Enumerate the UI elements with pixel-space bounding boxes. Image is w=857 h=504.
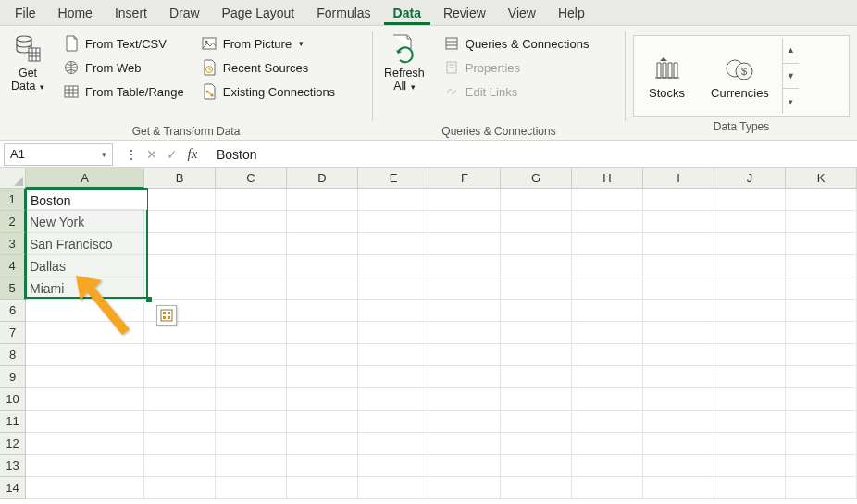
cell-E12[interactable] bbox=[358, 433, 429, 455]
cell-G2[interactable] bbox=[501, 211, 572, 233]
cell-B2[interactable] bbox=[144, 211, 216, 233]
cell-H14[interactable] bbox=[572, 477, 643, 499]
cell-B7[interactable] bbox=[144, 322, 216, 344]
cell-G4[interactable] bbox=[501, 255, 572, 277]
column-header-I[interactable]: I bbox=[643, 168, 714, 189]
cell-K12[interactable] bbox=[786, 433, 857, 455]
column-header-F[interactable]: F bbox=[429, 168, 501, 189]
cell-A10[interactable] bbox=[26, 388, 144, 411]
cell-K6[interactable] bbox=[786, 300, 857, 322]
cell-F4[interactable] bbox=[429, 255, 501, 277]
cell-H8[interactable] bbox=[572, 344, 643, 366]
queries-connections-button[interactable]: Queries & Connections bbox=[440, 33, 593, 54]
cell-G13[interactable] bbox=[501, 455, 572, 477]
cell-D10[interactable] bbox=[287, 388, 358, 411]
cell-A3[interactable]: San Francisco bbox=[26, 233, 144, 255]
cell-J5[interactable] bbox=[714, 277, 786, 300]
cell-F8[interactable] bbox=[429, 344, 501, 366]
cell-C13[interactable] bbox=[216, 455, 287, 477]
cell-C6[interactable] bbox=[216, 300, 287, 322]
cell-G14[interactable] bbox=[501, 477, 572, 499]
cell-D14[interactable] bbox=[287, 477, 358, 499]
cell-I5[interactable] bbox=[643, 277, 714, 300]
tab-home[interactable]: Home bbox=[49, 2, 102, 25]
cell-B1[interactable] bbox=[144, 189, 216, 211]
cell-A2[interactable]: New York bbox=[26, 211, 144, 233]
cell-F7[interactable] bbox=[429, 322, 501, 344]
cell-C4[interactable] bbox=[216, 255, 287, 277]
cell-J2[interactable] bbox=[714, 211, 786, 233]
cell-J3[interactable] bbox=[714, 233, 786, 255]
scroll-down-icon[interactable]: ▼ bbox=[783, 64, 799, 90]
cell-K11[interactable] bbox=[786, 411, 857, 433]
cell-C1[interactable] bbox=[216, 189, 287, 211]
row-header-9[interactable]: 9 bbox=[0, 366, 26, 388]
cell-A12[interactable] bbox=[26, 433, 144, 455]
cell-J12[interactable] bbox=[714, 433, 786, 455]
cell-D13[interactable] bbox=[287, 455, 358, 477]
cell-F12[interactable] bbox=[429, 433, 501, 455]
cell-C10[interactable] bbox=[216, 388, 287, 411]
cell-G11[interactable] bbox=[501, 411, 572, 433]
cell-C2[interactable] bbox=[216, 211, 287, 233]
cell-K1[interactable] bbox=[786, 189, 857, 211]
column-header-G[interactable]: G bbox=[501, 168, 572, 189]
refresh-all-button[interactable]: Refresh All ▾ bbox=[379, 30, 430, 93]
cell-F5[interactable] bbox=[429, 277, 501, 300]
cell-B12[interactable] bbox=[144, 433, 216, 455]
row-header-11[interactable]: 11 bbox=[0, 411, 26, 433]
cell-E10[interactable] bbox=[358, 388, 429, 411]
cell-F9[interactable] bbox=[429, 366, 501, 388]
cell-K10[interactable] bbox=[786, 388, 857, 411]
cell-H5[interactable] bbox=[572, 277, 643, 300]
cell-I14[interactable] bbox=[643, 477, 714, 499]
cell-K2[interactable] bbox=[786, 211, 857, 233]
cell-I13[interactable] bbox=[643, 455, 714, 477]
cell-G6[interactable] bbox=[501, 300, 572, 322]
scroll-up-icon[interactable]: ▲ bbox=[783, 38, 799, 64]
cell-A7[interactable] bbox=[26, 322, 144, 344]
cell-I9[interactable] bbox=[643, 366, 714, 388]
cell-E9[interactable] bbox=[358, 366, 429, 388]
fx-icon[interactable]: fx bbox=[183, 146, 202, 162]
cell-E2[interactable] bbox=[358, 211, 429, 233]
quick-analysis-button[interactable] bbox=[156, 305, 177, 326]
cell-I11[interactable] bbox=[643, 411, 714, 433]
cell-E3[interactable] bbox=[358, 233, 429, 255]
from-text-csv-button[interactable]: From Text/CSV bbox=[59, 33, 188, 54]
tab-view[interactable]: View bbox=[499, 2, 545, 25]
cell-C14[interactable] bbox=[216, 477, 287, 499]
cell-C12[interactable] bbox=[216, 433, 287, 455]
cell-A4[interactable]: Dallas bbox=[26, 255, 144, 277]
cell-J8[interactable] bbox=[714, 344, 786, 366]
column-header-D[interactable]: D bbox=[287, 168, 358, 189]
cell-D12[interactable] bbox=[287, 433, 358, 455]
cell-B9[interactable] bbox=[144, 366, 216, 388]
cell-A9[interactable] bbox=[26, 366, 144, 388]
cell-K8[interactable] bbox=[786, 344, 857, 366]
cell-I8[interactable] bbox=[643, 344, 714, 366]
row-header-13[interactable]: 13 bbox=[0, 455, 26, 477]
cell-E13[interactable] bbox=[358, 455, 429, 477]
cell-B3[interactable] bbox=[144, 233, 216, 255]
cell-K13[interactable] bbox=[786, 455, 857, 477]
column-header-J[interactable]: J bbox=[714, 168, 786, 189]
cell-I4[interactable] bbox=[643, 255, 714, 277]
cell-K4[interactable] bbox=[786, 255, 857, 277]
column-header-K[interactable]: K bbox=[786, 168, 857, 189]
formula-input[interactable]: Boston bbox=[207, 147, 857, 162]
cell-B6[interactable] bbox=[144, 300, 216, 322]
row-header-12[interactable]: 12 bbox=[0, 433, 26, 455]
cell-K14[interactable] bbox=[786, 477, 857, 499]
cell-E4[interactable] bbox=[358, 255, 429, 277]
cell-G1[interactable] bbox=[501, 189, 572, 211]
row-header-1[interactable]: 1 bbox=[0, 189, 26, 211]
cell-E1[interactable] bbox=[358, 189, 429, 211]
cell-I3[interactable] bbox=[643, 233, 714, 255]
gallery-expand-icon[interactable]: ▾ bbox=[783, 89, 799, 114]
cell-I10[interactable] bbox=[643, 388, 714, 411]
cell-F13[interactable] bbox=[429, 455, 501, 477]
cell-J14[interactable] bbox=[714, 477, 786, 499]
cell-C11[interactable] bbox=[216, 411, 287, 433]
more-icon[interactable]: ⋮ bbox=[122, 147, 141, 162]
